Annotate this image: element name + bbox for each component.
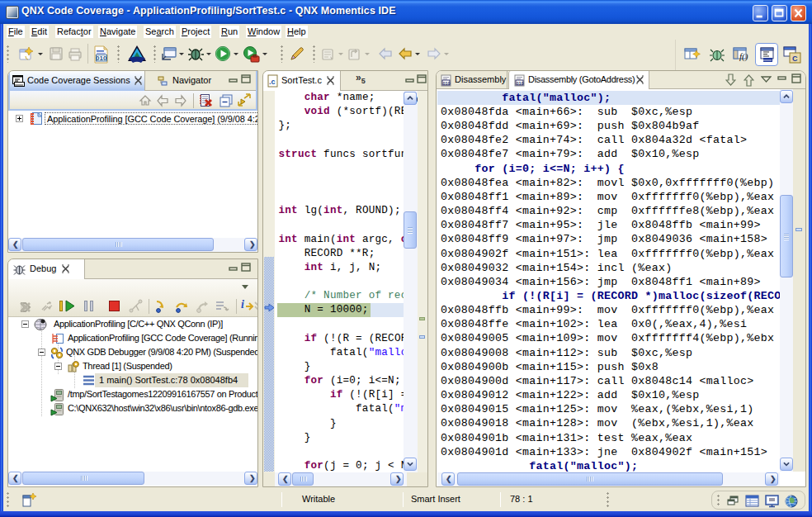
svg-text:.c: .c — [269, 78, 276, 86]
svg-text:C: C — [792, 55, 798, 63]
svg-text:010: 010 — [443, 81, 451, 86]
svg-text:010: 010 — [517, 81, 524, 86]
svg-text:f(): f() — [739, 51, 748, 62]
